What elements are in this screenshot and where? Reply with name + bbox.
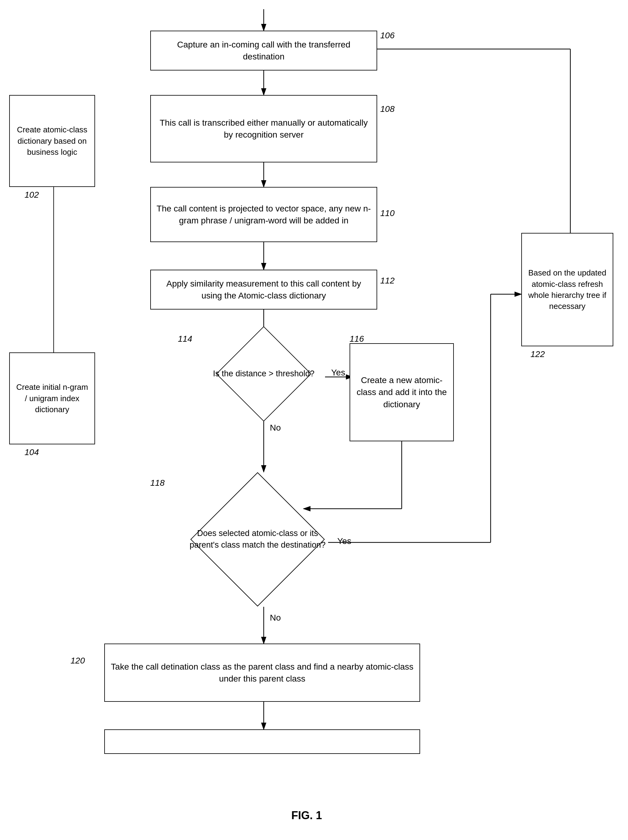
box-108: This call is transcribed either manually… xyxy=(150,95,377,163)
box-104: Create initial n-gram / unigram index di… xyxy=(9,352,95,444)
box-116-label: Create a new atomic-class and add it int… xyxy=(355,374,448,411)
yes-label-2: Yes xyxy=(337,536,351,546)
ref-118: 118 xyxy=(150,478,165,488)
ref-106: 106 xyxy=(380,31,395,41)
box-122: Based on the updated atomic-class refres… xyxy=(521,233,613,346)
box-112: Apply similarity measurement to this cal… xyxy=(150,270,377,309)
box-104-label: Create initial n-gram / unigram index di… xyxy=(15,382,90,415)
ref-114: 114 xyxy=(178,334,192,344)
no-label-2: No xyxy=(270,613,281,623)
ref-112: 112 xyxy=(380,276,395,286)
box-108-label: This call is transcribed either manually… xyxy=(156,117,372,141)
box-116: Create a new atomic-class and add it int… xyxy=(350,343,454,441)
figure-caption: FIG. 1 xyxy=(245,809,368,822)
no-label-1: No xyxy=(270,423,281,433)
diamond-114-label: Is the distance > threshold? xyxy=(213,368,315,380)
ref-108: 108 xyxy=(380,104,395,114)
ref-120: 120 xyxy=(71,656,85,666)
box-102-label: Create atomic-class dictionary based on … xyxy=(15,124,90,158)
diamond-118: Does selected atomic-class or its parent… xyxy=(184,469,331,610)
box-106-label: Capture an in-coming call with the trans… xyxy=(156,39,372,63)
ref-104: 104 xyxy=(25,447,39,457)
box-120-label: Take the call detination class as the pa… xyxy=(110,661,414,685)
box-110: The call content is projected to vector … xyxy=(150,187,377,242)
box-120: Take the call detination class as the pa… xyxy=(104,644,420,702)
ref-122: 122 xyxy=(530,349,545,359)
box-122-label: Based on the updated atomic-class refres… xyxy=(527,267,608,312)
yes-label-1: Yes xyxy=(331,368,345,377)
box-112-label: Apply similarity measurement to this cal… xyxy=(156,278,372,302)
diagram-container: Capture an in-coming call with the trans… xyxy=(0,0,628,840)
box-110-label: The call content is projected to vector … xyxy=(156,202,372,226)
ref-116: 116 xyxy=(350,334,364,344)
box-106: Capture an in-coming call with the trans… xyxy=(150,31,377,71)
diamond-118-label: Does selected atomic-class or its parent… xyxy=(184,528,331,551)
ref-102: 102 xyxy=(25,190,39,200)
ref-110: 110 xyxy=(380,208,395,218)
diamond-114: Is the distance > threshold? xyxy=(209,331,319,417)
box-102: Create atomic-class dictionary based on … xyxy=(9,95,95,187)
box-bottom xyxy=(104,729,420,754)
